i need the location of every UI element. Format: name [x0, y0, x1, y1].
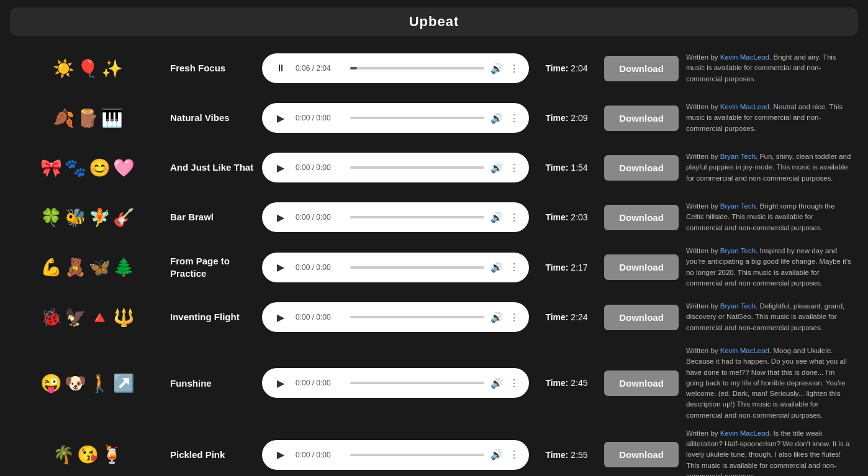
volume-icon[interactable]: 🔊 — [491, 162, 503, 174]
track-duration-inventing-flight: Time: 2:24 — [534, 312, 599, 322]
time-display: 0:00 / 0:00 — [296, 313, 344, 321]
time-display: 0:00 / 0:00 — [296, 451, 344, 459]
audio-player-bar-brawl: ▶0:00 / 0:00🔊⋮ — [262, 202, 529, 232]
track-emojis-and-just-like-that: 🎀🐾😊🩷 — [10, 158, 165, 178]
author-link[interactable]: Kevin MacLeod — [720, 103, 769, 110]
play-button[interactable]: ▶ — [272, 109, 289, 127]
time-display: 0:00 / 0:00 — [296, 213, 344, 222]
track-emoji: 🚶 — [89, 373, 111, 393]
progress-bar[interactable] — [350, 316, 484, 318]
track-description-pickled-pink: Written by Kevin MacLeod. Is the title w… — [684, 428, 851, 476]
play-button[interactable]: ▶ — [272, 446, 289, 464]
more-options-icon[interactable]: ⋮ — [509, 162, 519, 174]
track-emojis-pickled-pink: 🌴😘🍹 — [10, 444, 165, 465]
track-emoji: 🍂 — [53, 108, 75, 128]
more-options-icon[interactable]: ⋮ — [509, 377, 519, 389]
author-link[interactable]: Bryan Tech — [720, 302, 756, 310]
play-button[interactable]: ▶ — [272, 209, 289, 226]
time-display: 0:00 / 0:00 — [296, 379, 344, 387]
volume-icon[interactable]: 🔊 — [491, 377, 503, 389]
track-emoji: 🌴 — [53, 444, 75, 465]
track-emoji: 🍹 — [101, 444, 123, 465]
track-emoji: ☀️ — [53, 58, 75, 79]
download-button-pickled-pink[interactable]: Download — [604, 442, 679, 467]
track-emoji: 🦅 — [65, 307, 86, 328]
track-description-and-just-like-that: Written by Bryan Tech. Fun, shiny, clean… — [684, 151, 851, 184]
play-button[interactable]: ▶ — [272, 159, 289, 176]
more-options-icon[interactable]: ⋮ — [509, 312, 519, 323]
time-display: 0:06 / 2:04 — [296, 64, 344, 73]
download-button-fresh-focus[interactable]: Download — [604, 56, 679, 81]
track-emoji: 🎸 — [113, 207, 135, 228]
track-emoji: 🦋 — [89, 257, 111, 277]
track-emoji: 🎹 — [101, 108, 123, 128]
track-description-funshine: Written by Kevin MacLeod. Moog and Ukule… — [684, 346, 851, 421]
more-options-icon[interactable]: ⋮ — [509, 212, 519, 223]
pause-button[interactable]: ⏸ — [272, 60, 289, 77]
author-link[interactable]: Kevin MacLeod — [720, 347, 769, 354]
more-options-icon[interactable]: ⋮ — [509, 261, 519, 273]
play-button[interactable]: ▶ — [272, 308, 289, 326]
download-button-from-page-to-practice[interactable]: Download — [604, 254, 679, 280]
track-emoji: 🐶 — [65, 373, 86, 393]
track-row: 🍂🪵🎹Natural Vibes▶0:00 / 0:00🔊⋮Time: 2:09… — [10, 93, 858, 143]
audio-player-from-page-to-practice: ▶0:00 / 0:00🔊⋮ — [262, 253, 529, 282]
progress-bar[interactable] — [350, 454, 484, 456]
volume-icon[interactable]: 🔊 — [491, 63, 503, 74]
author-link[interactable]: Bryan Tech — [720, 153, 756, 160]
track-emojis-fresh-focus: ☀️🎈✨ — [10, 58, 165, 79]
track-duration-and-just-like-that: Time: 1:54 — [534, 163, 599, 173]
author-link[interactable]: Kevin MacLeod — [720, 53, 769, 61]
track-emoji: 🐞 — [40, 307, 62, 328]
volume-icon[interactable]: 🔊 — [491, 449, 503, 460]
track-name-fresh-focus: Fresh Focus — [170, 62, 257, 74]
audio-player-fresh-focus: ⏸0:06 / 2:04🔊⋮ — [262, 53, 529, 83]
more-options-icon[interactable]: ⋮ — [509, 449, 519, 460]
progress-bar[interactable] — [350, 117, 484, 119]
audio-player-inventing-flight: ▶0:00 / 0:00🔊⋮ — [262, 302, 529, 332]
progress-bar[interactable] — [350, 382, 484, 384]
track-emoji: 💪 — [40, 257, 62, 277]
track-emoji: 🪵 — [77, 108, 99, 128]
track-description-from-page-to-practice: Written by Bryan Tech. Inspired by new d… — [684, 246, 851, 289]
track-emoji: ↗️ — [113, 373, 135, 393]
track-emoji: 🩷 — [113, 158, 135, 178]
download-button-bar-brawl[interactable]: Download — [604, 205, 679, 230]
author-link[interactable]: Bryan Tech — [720, 202, 756, 210]
track-duration-from-page-to-practice: Time: 2:17 — [534, 263, 599, 272]
more-options-icon[interactable]: ⋮ — [509, 112, 519, 124]
download-button-and-just-like-that[interactable]: Download — [604, 155, 679, 181]
author-link[interactable]: Kevin MacLeod — [720, 429, 769, 437]
track-emoji: ✨ — [101, 58, 123, 79]
app-title: Upbeat — [22, 14, 846, 30]
play-button[interactable]: ▶ — [272, 374, 289, 392]
track-emojis-natural-vibes: 🍂🪵🎹 — [10, 108, 165, 128]
app-header: Upbeat — [10, 7, 858, 36]
more-options-icon[interactable]: ⋮ — [509, 63, 519, 74]
volume-icon[interactable]: 🔊 — [491, 112, 503, 124]
progress-bar[interactable] — [350, 166, 484, 169]
audio-player-and-just-like-that: ▶0:00 / 0:00🔊⋮ — [262, 153, 529, 182]
audio-player-funshine: ▶0:00 / 0:00🔊⋮ — [262, 368, 529, 398]
track-emoji: 🍀 — [40, 207, 62, 228]
download-button-natural-vibes[interactable]: Download — [604, 106, 679, 131]
author-link[interactable]: Bryan Tech — [720, 247, 756, 254]
volume-icon[interactable]: 🔊 — [491, 261, 503, 273]
track-row: 💪🧸🦋🌲From Page to Practice▶0:00 / 0:00🔊⋮T… — [10, 242, 858, 292]
volume-icon[interactable]: 🔊 — [491, 312, 503, 323]
track-description-fresh-focus: Written by Kevin MacLeod. Bright and air… — [684, 52, 851, 84]
download-button-inventing-flight[interactable]: Download — [604, 305, 679, 330]
volume-icon[interactable]: 🔊 — [491, 212, 503, 223]
track-name-natural-vibes: Natural Vibes — [170, 112, 257, 124]
play-button[interactable]: ▶ — [272, 259, 289, 276]
download-button-funshine[interactable]: Download — [604, 370, 679, 396]
track-emoji: 😜 — [40, 373, 62, 393]
track-emojis-from-page-to-practice: 💪🧸🦋🌲 — [10, 257, 165, 277]
progress-bar[interactable] — [350, 216, 484, 218]
progress-bar[interactable] — [350, 266, 484, 269]
track-duration-funshine: Time: 2:45 — [534, 378, 599, 388]
progress-bar[interactable] — [350, 67, 484, 70]
time-display: 0:00 / 0:00 — [296, 163, 344, 172]
track-emoji: 🌲 — [113, 257, 135, 277]
track-name-funshine: Funshine — [170, 377, 257, 390]
